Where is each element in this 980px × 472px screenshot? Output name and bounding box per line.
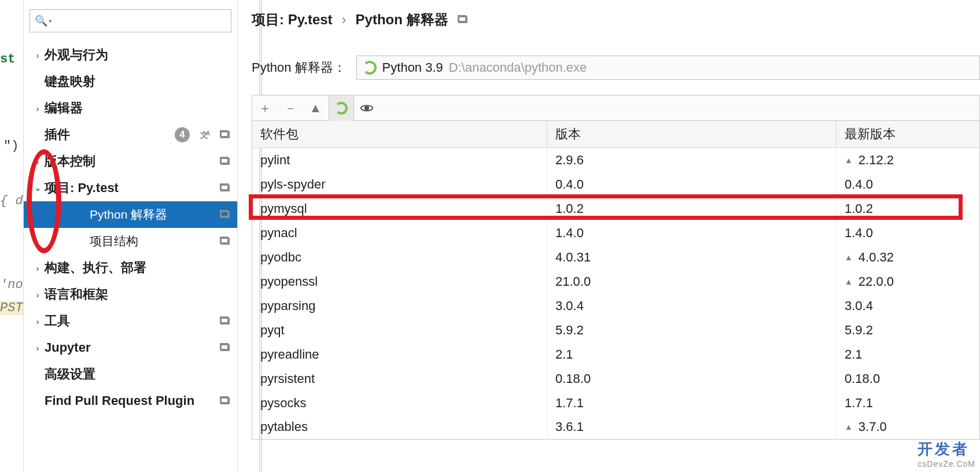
- sidebar-item-label: 版本控制: [45, 153, 219, 170]
- sidebar-item[interactable]: ›Jupyter: [24, 334, 237, 361]
- table-row[interactable]: pyodbc4.0.31▲4.0.32: [252, 245, 980, 270]
- sidebar-item[interactable]: Find Pull Request Plugin: [24, 388, 237, 414]
- table-row[interactable]: pynacl1.4.01.4.0: [252, 221, 980, 245]
- interpreter-path: D:\anaconda\python.exe: [449, 60, 587, 75]
- upgrade-available-icon: ▲: [845, 253, 853, 262]
- sidebar-item-label: 项目结构: [90, 233, 219, 249]
- gutter-text: 'no: [0, 278, 23, 292]
- cell-latest: ▲3.7.0: [837, 415, 980, 440]
- cell-package: pyrsistent: [252, 367, 547, 391]
- cell-latest: ▲22.0.0: [837, 270, 980, 294]
- gutter-text: st: [0, 52, 15, 67]
- reset-icon: [219, 208, 231, 221]
- reset-icon: [219, 315, 231, 327]
- search-icon: 🔍: [35, 14, 47, 27]
- breadcrumb-separator: ›: [342, 12, 347, 28]
- add-package-button[interactable]: ＋: [252, 95, 278, 121]
- reset-icon: [219, 182, 231, 194]
- interpreter-name: Python 3.9: [382, 60, 443, 75]
- chevron-right-icon: ›: [31, 316, 45, 326]
- sidebar-item[interactable]: 高级设置: [24, 361, 237, 388]
- gutter-text: { d: [0, 194, 23, 208]
- cell-latest: 0.18.0: [837, 367, 980, 391]
- cell-package: pyopenssl: [252, 270, 547, 294]
- sidebar-item-label: 编辑器: [45, 99, 231, 117]
- sidebar-item-label: 键盘映射: [45, 73, 231, 90]
- chevron-right-icon: ›: [31, 104, 45, 113]
- cell-version: 3.0.4: [547, 294, 837, 318]
- sidebar-item[interactable]: ›工具: [24, 308, 237, 334]
- cell-latest: ▲2.12.2: [837, 148, 980, 172]
- table-row[interactable]: pysocks1.7.11.7.1: [252, 391, 980, 415]
- sidebar-item[interactable]: 插件4文A: [24, 121, 237, 148]
- chevron-right-icon: ›: [31, 290, 45, 300]
- sidebar-item-label: Find Pull Request Plugin: [45, 393, 219, 408]
- sidebar-item[interactable]: 键盘映射: [24, 68, 237, 95]
- reset-icon[interactable]: [458, 14, 468, 25]
- cell-latest: 0.4.0: [837, 172, 980, 197]
- svg-point-20: [364, 106, 369, 110]
- table-row[interactable]: pyqt5.9.25.9.2: [252, 318, 980, 342]
- language-icon: 文A: [200, 128, 213, 141]
- chevron-right-icon: ›: [31, 157, 45, 167]
- show-early-releases-button[interactable]: [354, 95, 380, 121]
- badge: 4: [175, 127, 190, 142]
- cell-version: 1.7.1: [547, 391, 837, 415]
- cell-package: pyls-spyder: [252, 172, 547, 197]
- sidebar-item-label: 工具: [45, 312, 219, 330]
- table-row[interactable]: pymysql1.0.21.0.2: [252, 197, 980, 221]
- cell-package: pyqt: [252, 318, 547, 342]
- table-row[interactable]: pylint2.9.6▲2.12.2: [252, 148, 980, 172]
- search-input[interactable]: 🔍 ▾: [30, 9, 231, 32]
- sidebar-item-label: 项目: Py.test: [45, 179, 219, 197]
- column-package[interactable]: 软件包: [252, 121, 547, 148]
- sidebar-item[interactable]: ›外观与行为: [24, 42, 237, 68]
- column-latest[interactable]: 最新版本: [837, 121, 980, 148]
- sidebar-item[interactable]: ⌄项目: Py.test: [24, 175, 237, 201]
- svg-text:A: A: [206, 130, 210, 137]
- table-row[interactable]: pyopenssl21.0.0▲22.0.0: [252, 270, 980, 294]
- table-row[interactable]: pyreadline2.12.1: [252, 342, 980, 367]
- table-row[interactable]: pyls-spyder0.4.00.4.0: [252, 172, 980, 197]
- sidebar-item-label: 语言和框架: [45, 286, 231, 303]
- settings-tree: ›外观与行为键盘映射›编辑器插件4文A›版本控制⌄项目: Py.testPyth…: [24, 39, 237, 416]
- cell-version: 2.9.6: [547, 148, 837, 172]
- upgrade-package-button[interactable]: ▲: [303, 95, 329, 121]
- table-row[interactable]: pytables3.6.1▲3.7.0: [252, 415, 980, 440]
- table-row[interactable]: pyrsistent0.18.00.18.0: [252, 367, 980, 391]
- chevron-right-icon: ›: [31, 343, 45, 353]
- sidebar-item[interactable]: ›编辑器: [24, 95, 237, 121]
- cell-latest: 1.4.0: [837, 221, 980, 245]
- cell-package: pytables: [252, 415, 547, 440]
- interpreter-select[interactable]: Python 3.9 D:\anaconda\python.exe: [356, 56, 980, 80]
- remove-package-button[interactable]: －: [278, 95, 303, 121]
- sidebar-subitem[interactable]: Python 解释器: [24, 201, 237, 228]
- cell-latest: 3.0.4: [837, 294, 980, 318]
- cell-package: pymysql: [252, 197, 547, 221]
- sidebar-item-label: Jupyter: [45, 340, 219, 355]
- cell-latest: 2.1: [837, 342, 980, 367]
- cell-package: pyodbc: [252, 245, 547, 270]
- watermark: 开发者 csDevZe.CoM: [918, 439, 975, 469]
- sidebar-item-label: 外观与行为: [45, 46, 231, 64]
- cell-latest: 1.7.1: [837, 391, 980, 415]
- reset-icon: [219, 394, 231, 407]
- sidebar-item[interactable]: ›构建、执行、部署: [24, 255, 237, 281]
- column-version[interactable]: 版本: [547, 121, 837, 148]
- table-row[interactable]: pyparsing3.0.43.0.4: [252, 294, 980, 318]
- cell-latest: 1.0.2: [837, 197, 980, 221]
- cell-package: pyreadline: [252, 342, 547, 367]
- sidebar-item[interactable]: ›语言和框架: [24, 281, 237, 308]
- table-header-row: 软件包 版本 最新版本: [252, 121, 980, 148]
- breadcrumb-project[interactable]: 项目: Py.test: [252, 10, 333, 29]
- upgrade-available-icon: ▲: [845, 156, 853, 165]
- sidebar-subitem[interactable]: 项目结构: [24, 228, 237, 255]
- sidebar-item[interactable]: ›版本控制: [24, 148, 237, 175]
- chevron-down-icon: ⌄: [31, 183, 45, 193]
- refresh-button[interactable]: [329, 95, 354, 121]
- watermark-text: 开发者: [918, 440, 970, 458]
- cell-latest: ▲4.0.32: [837, 245, 980, 270]
- chevron-down-icon: ▾: [49, 17, 52, 25]
- interpreter-label: Python 解释器：: [252, 59, 346, 76]
- interpreter-row: Python 解释器： Python 3.9 D:\anaconda\pytho…: [252, 56, 980, 80]
